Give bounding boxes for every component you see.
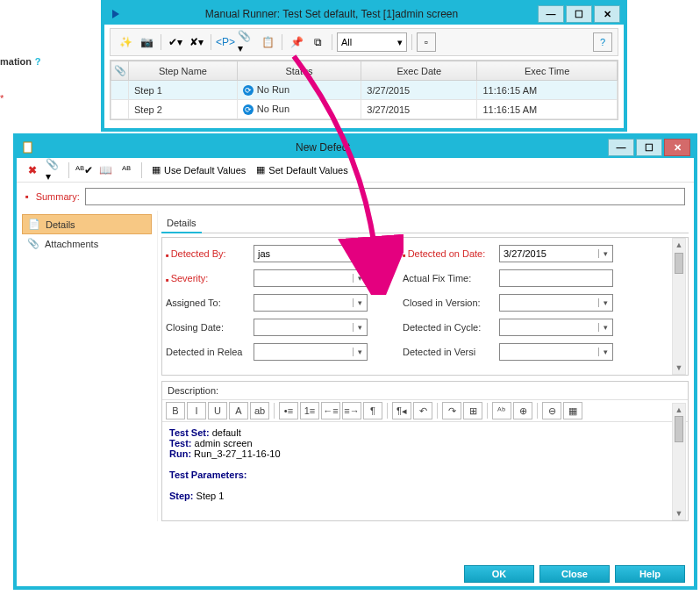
col-time[interactable]: Exec Time — [477, 61, 618, 81]
close-button[interactable]: ✕ — [664, 139, 690, 156]
sidebar-tab-details[interactable]: 📄Details — [22, 214, 152, 234]
use-default-values[interactable]: ▦ Use Default Values — [148, 161, 249, 179]
help-button[interactable]: Help — [615, 565, 685, 583]
rte-btn-1[interactable]: I — [187, 402, 206, 419]
field-input[interactable]: ▾ — [254, 269, 368, 287]
field-input[interactable]: ▾ — [499, 343, 613, 361]
spellcheck-icon[interactable]: ᴬᴮ✔ — [75, 161, 93, 179]
title-bar[interactable]: Manual Runner: Test Set default, Test [1… — [104, 4, 624, 25]
chevron-down-icon[interactable]: ▾ — [598, 298, 612, 307]
rte-btn-6[interactable]: 1≡ — [300, 402, 319, 419]
field-input[interactable] — [499, 269, 613, 287]
grammar-icon[interactable]: ᴬᴮ — [118, 161, 135, 179]
scrollbar[interactable]: ▲ ▼ — [672, 238, 686, 375]
help-button[interactable]: ? — [593, 32, 612, 52]
scrollbar[interactable]: ▲ ▼ — [672, 403, 686, 520]
scroll-down-icon[interactable]: ▼ — [675, 509, 683, 518]
pin-icon[interactable]: 📌 — [287, 32, 306, 52]
field-input[interactable]: 3/27/2015▾ — [499, 245, 613, 262]
rte-btn-7[interactable]: ←≡ — [321, 402, 340, 419]
description-label: Description: — [162, 382, 688, 399]
rte-btn-11[interactable]: ↶ — [413, 402, 432, 419]
table-row[interactable]: Step 1⟳No Run3/27/201511:16:15 AM — [111, 81, 618, 100]
rte-toolbar: BIUAab•≡1≡←≡≡→¶¶◂↶↷⊞ᴬᵇ⊕⊖▦ — [162, 399, 688, 422]
field-input[interactable]: ▾ — [254, 294, 368, 312]
field-input[interactable]: ▾ — [499, 319, 613, 336]
wand-icon[interactable]: ✨ — [116, 32, 135, 52]
chevron-down-icon[interactable]: ▾ — [598, 323, 612, 332]
chevron-down-icon[interactable]: ▾ — [598, 249, 612, 258]
compact-icon[interactable]: ⧉ — [308, 32, 327, 52]
attach-icon[interactable]: 📎▾ — [237, 32, 256, 52]
close-button[interactable]: Close — [539, 565, 610, 583]
thesaurus-icon[interactable]: 📖 — [96, 161, 114, 179]
ok-button[interactable]: OK — [464, 565, 534, 583]
chevron-down-icon[interactable]: ▾ — [353, 274, 367, 283]
field-input[interactable]: jas▾ — [254, 245, 368, 262]
scroll-thumb[interactable] — [675, 253, 683, 274]
description-editor[interactable]: Test Set: defaultTest: admin screenRun: … — [162, 422, 688, 520]
title-bar[interactable]: New Defect — ☐ ✕ — [17, 137, 694, 158]
maximize-button[interactable]: ☐ — [566, 5, 592, 23]
field-label: ■Detected on Date: — [403, 248, 499, 259]
param-icon[interactable]: <P> — [216, 32, 235, 52]
field-input[interactable]: ▾ — [254, 343, 368, 361]
fields-area: ■Detected By:jas▾■Detected on Date:3/27/… — [161, 237, 689, 376]
scroll-thumb[interactable] — [675, 416, 683, 442]
summary-label: Summary: — [36, 191, 80, 202]
rte-btn-15[interactable]: ⊕ — [513, 402, 532, 419]
minimize-button[interactable]: — — [538, 5, 564, 23]
rte-btn-17[interactable]: ▦ — [563, 402, 582, 419]
chevron-down-icon[interactable]: ▾ — [353, 298, 367, 307]
col-date[interactable]: Exec Date — [361, 61, 477, 81]
summary-input[interactable] — [85, 188, 685, 205]
sidebar-tab-attachments[interactable]: 📎Attachments — [22, 234, 152, 253]
field-input[interactable]: ▾ — [254, 319, 368, 336]
clear-icon[interactable]: ✖ — [24, 161, 41, 179]
rte-btn-3[interactable]: A — [229, 402, 248, 419]
col-attach[interactable]: 📎 — [111, 61, 129, 81]
rte-btn-13[interactable]: ⊞ — [463, 402, 482, 419]
help-icon[interactable]: ? — [35, 56, 41, 67]
table-row[interactable]: Step 2⟳No Run3/27/201511:16:15 AM — [111, 100, 618, 119]
check-fail-icon[interactable]: ✘▾ — [187, 32, 206, 52]
snapshot-icon[interactable]: 📷 — [137, 32, 156, 52]
check-pass-icon[interactable]: ✔▾ — [166, 32, 185, 52]
close-button[interactable]: ✕ — [594, 5, 620, 23]
minimize-button[interactable]: — — [608, 139, 634, 156]
rte-btn-14[interactable]: ᴬᵇ — [492, 402, 511, 419]
rte-btn-0[interactable]: B — [166, 402, 185, 419]
field-label: Actual Fix Time: — [403, 273, 499, 283]
scroll-up-icon[interactable]: ▲ — [675, 405, 683, 414]
scroll-up-icon[interactable]: ▲ — [675, 240, 683, 249]
rte-btn-8[interactable]: ≡→ — [342, 402, 361, 419]
scroll-down-icon[interactable]: ▼ — [675, 363, 683, 372]
new-defect-icon[interactable]: 📋 — [258, 32, 277, 52]
view-icon[interactable]: ▫ — [417, 32, 436, 52]
rte-btn-12[interactable]: ↷ — [442, 402, 461, 419]
rte-btn-9[interactable]: ¶ — [363, 402, 382, 419]
chevron-down-icon[interactable]: ▾ — [353, 249, 367, 258]
set-default-values[interactable]: ▦ Set Default Values — [253, 161, 351, 179]
col-step[interactable]: Step Name — [129, 61, 238, 81]
rte-btn-5[interactable]: •≡ — [279, 402, 298, 419]
filter-select[interactable]: All ▾ — [337, 32, 407, 52]
field-label: Detected in Cycle: — [403, 322, 499, 333]
attach-dd-icon[interactable]: 📎▾ — [45, 161, 62, 179]
field-label: ■Severity: — [166, 273, 254, 283]
maximize-button[interactable]: ☐ — [636, 139, 662, 156]
field-input[interactable]: ▾ — [499, 294, 613, 312]
field-label: Detected in Versi — [403, 347, 499, 357]
chevron-down-icon[interactable]: ▾ — [353, 348, 367, 356]
col-status[interactable]: Status — [237, 61, 361, 81]
chevron-down-icon[interactable]: ▾ — [353, 323, 367, 332]
rte-btn-10[interactable]: ¶◂ — [392, 402, 411, 419]
rte-btn-2[interactable]: U — [208, 402, 227, 419]
rte-btn-16[interactable]: ⊖ — [542, 402, 561, 419]
inner-tab-details[interactable]: Details — [161, 214, 202, 233]
chevron-down-icon[interactable]: ▾ — [598, 348, 612, 356]
steps-grid[interactable]: 📎 Step Name Status Exec Date Exec Time S… — [110, 60, 618, 120]
svg-marker-0 — [112, 10, 119, 18]
rte-btn-4[interactable]: ab — [250, 402, 269, 419]
dialog-buttons: OK Close Help — [464, 565, 685, 583]
